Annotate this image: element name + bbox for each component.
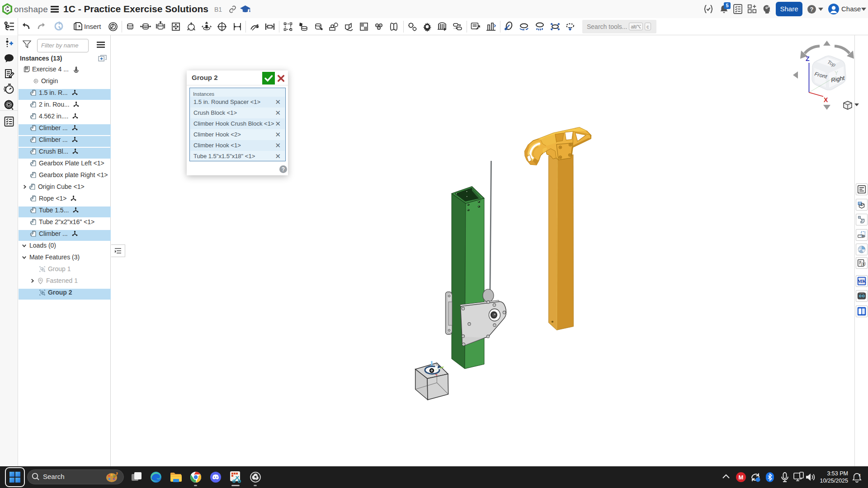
svg-text:z: z: [859, 473, 860, 477]
svg-text:(x): (x): [861, 262, 866, 266]
svg-text:?: ?: [282, 166, 285, 173]
svg-text:MK: MK: [857, 278, 866, 284]
svg-text:M: M: [739, 474, 744, 481]
svg-text:X: X: [824, 96, 828, 103]
svg-text:?: ?: [810, 6, 814, 13]
svg-text:Y: Y: [835, 70, 838, 76]
